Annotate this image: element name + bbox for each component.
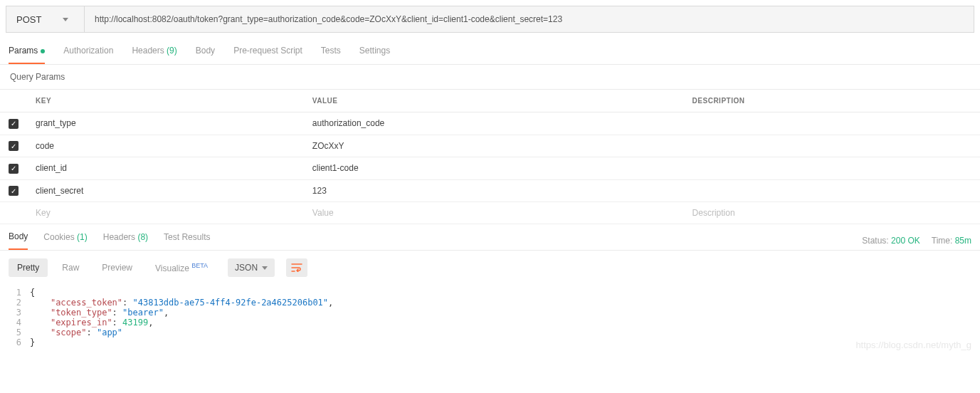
col-desc: DESCRIPTION — [684, 90, 980, 112]
checkbox-checked-icon[interactable]: ✓ — [9, 164, 19, 174]
table-row[interactable]: ✓ grant_type authorization_code — [0, 112, 980, 135]
view-preview[interactable]: Preview — [93, 258, 141, 277]
tab-prerequest[interactable]: Pre-request Script — [233, 46, 302, 64]
cell-key[interactable]: client_id — [27, 157, 304, 180]
checkbox-checked-icon[interactable]: ✓ — [9, 186, 19, 196]
ph-value[interactable]: Value — [304, 202, 684, 224]
tab-authorization[interactable]: Authorization — [63, 46, 113, 64]
view-bar: Pretty Raw Preview Visualize BETA JSON — [0, 251, 980, 285]
response-body[interactable]: 1{ 2 "access_token": "43813ddb-ae75-4ff4… — [0, 285, 980, 356]
view-raw[interactable]: Raw — [53, 258, 88, 277]
tab-resp-headers[interactable]: Headers (8) — [103, 232, 148, 249]
method-select[interactable]: POST — [6, 6, 85, 32]
params-table: KEY VALUE DESCRIPTION ✓ grant_type autho… — [0, 90, 980, 224]
response-tabs: Body Cookies (1) Headers (8) Test Result… — [0, 224, 980, 251]
tab-tests[interactable]: Tests — [321, 46, 341, 64]
tab-resp-body[interactable]: Body — [9, 231, 28, 250]
ph-desc[interactable]: Description — [684, 202, 980, 224]
tab-resp-cookies[interactable]: Cookies (1) — [43, 232, 87, 249]
cell-value[interactable]: ZOcXxY — [304, 135, 684, 157]
tab-settings[interactable]: Settings — [359, 46, 390, 64]
active-dot-icon — [41, 49, 45, 53]
wrap-lines-button[interactable] — [286, 258, 307, 277]
chevron-down-icon — [63, 18, 68, 21]
tab-params[interactable]: Params — [9, 46, 45, 64]
section-title: Query Params — [0, 65, 980, 90]
view-visualize[interactable]: Visualize BETA — [147, 258, 216, 278]
request-tabs: Params Authorization Headers (9) Body Pr… — [0, 38, 980, 65]
cell-value[interactable]: authorization_code — [304, 112, 684, 135]
table-row[interactable]: ✓ client_id client1-code — [0, 157, 980, 180]
time-value: 85m — [955, 236, 971, 246]
format-select[interactable]: JSON — [228, 258, 275, 277]
checkbox-checked-icon[interactable]: ✓ — [9, 141, 19, 151]
cell-key[interactable]: grant_type — [27, 112, 304, 135]
table-row[interactable]: ✓ client_secret 123 — [0, 179, 980, 202]
cell-key[interactable]: client_secret — [27, 179, 304, 202]
col-value: VALUE — [304, 90, 684, 112]
tab-headers[interactable]: Headers (9) — [132, 46, 176, 64]
method-label: POST — [16, 14, 41, 25]
table-row-new[interactable]: Key Value Description — [0, 202, 980, 224]
cell-value[interactable]: 123 — [304, 179, 684, 202]
cell-value[interactable]: client1-code — [304, 157, 684, 180]
wrap-icon — [291, 263, 302, 272]
chevron-down-icon — [262, 266, 268, 270]
table-row[interactable]: ✓ code ZOcXxY — [0, 135, 980, 157]
tab-body[interactable]: Body — [196, 46, 215, 64]
checkbox-checked-icon[interactable]: ✓ — [9, 119, 19, 129]
status-bar: Status: 200 OK Time: 85m — [862, 236, 971, 246]
tab-resp-tests[interactable]: Test Results — [164, 232, 210, 249]
ph-key[interactable]: Key — [27, 202, 304, 224]
url-input[interactable] — [85, 6, 974, 32]
cell-key[interactable]: code — [27, 135, 304, 157]
view-pretty[interactable]: Pretty — [9, 258, 48, 277]
status-value: 200 OK — [891, 236, 920, 246]
col-key: KEY — [27, 90, 304, 112]
